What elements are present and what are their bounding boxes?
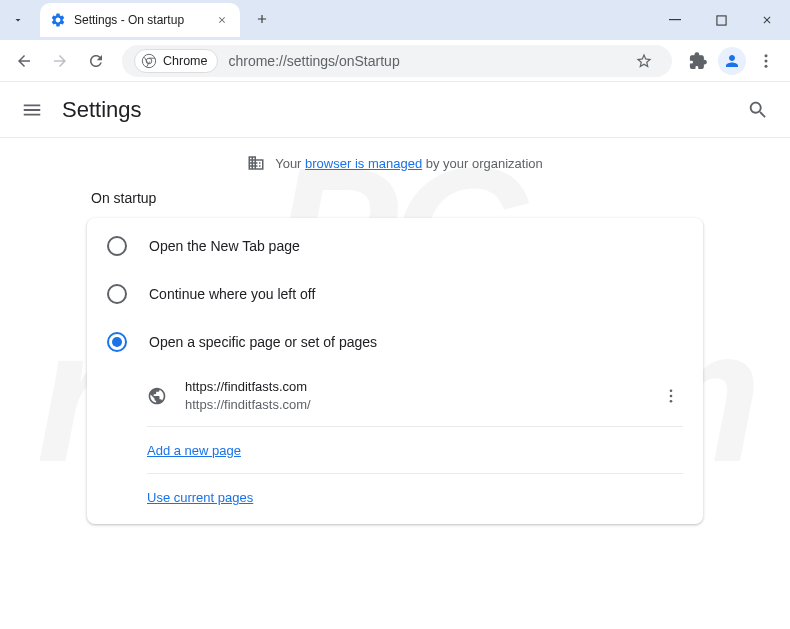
maximize-icon	[716, 15, 727, 26]
option-label: Open the New Tab page	[149, 238, 300, 254]
search-icon	[747, 99, 769, 121]
managed-link[interactable]: browser is managed	[305, 156, 422, 171]
bookmark-button[interactable]	[628, 45, 660, 77]
nav-forward-button[interactable]	[44, 45, 76, 77]
browser-toolbar: Chrome chrome://settings/onStartup	[0, 40, 790, 82]
svg-rect-0	[669, 19, 681, 20]
arrow-right-icon	[51, 52, 69, 70]
extension-icon	[689, 52, 707, 70]
building-icon	[247, 154, 265, 172]
page-title-text: https://finditfasts.com	[185, 378, 641, 396]
window-minimize-button[interactable]	[652, 0, 698, 40]
add-page-link[interactable]: Add a new page	[147, 443, 241, 458]
option-label: Continue where you left off	[149, 286, 315, 302]
svg-point-5	[765, 59, 768, 62]
radio-icon	[107, 236, 127, 256]
profile-button[interactable]	[718, 47, 746, 75]
radio-icon	[107, 284, 127, 304]
close-icon	[761, 14, 773, 26]
svg-point-8	[670, 395, 673, 398]
site-chip-label: Chrome	[163, 54, 207, 68]
more-vert-icon	[662, 387, 680, 405]
new-tab-button[interactable]	[248, 5, 276, 33]
settings-title: Settings	[62, 97, 142, 123]
svg-point-6	[765, 64, 768, 67]
option-specific-pages[interactable]: Open a specific page or set of pages	[87, 318, 703, 366]
star-icon	[635, 52, 653, 70]
startup-card: Open the New Tab page Continue where you…	[87, 218, 703, 524]
extensions-button[interactable]	[682, 45, 714, 77]
option-label: Open a specific page or set of pages	[149, 334, 377, 350]
settings-header: Settings	[0, 82, 790, 138]
radio-icon	[107, 332, 127, 352]
settings-menu-button[interactable]	[20, 98, 44, 122]
svg-point-7	[670, 390, 673, 393]
hamburger-icon	[21, 99, 43, 121]
option-new-tab[interactable]: Open the New Tab page	[87, 222, 703, 270]
plus-icon	[255, 12, 269, 26]
nav-reload-button[interactable]	[80, 45, 112, 77]
svg-point-2	[142, 54, 155, 67]
browser-menu-button[interactable]	[750, 45, 782, 77]
managed-text: Your browser is managed by your organiza…	[275, 156, 543, 171]
managed-banner: Your browser is managed by your organiza…	[0, 154, 790, 172]
tab-title: Settings - On startup	[74, 13, 206, 27]
nav-back-button[interactable]	[8, 45, 40, 77]
arrow-left-icon	[15, 52, 33, 70]
url-text: chrome://settings/onStartup	[228, 53, 399, 69]
close-icon	[217, 15, 227, 25]
reload-icon	[87, 52, 105, 70]
page-more-button[interactable]	[659, 384, 683, 408]
section-title: On startup	[87, 190, 703, 206]
tab-search-dropdown[interactable]	[0, 0, 36, 40]
chrome-icon	[141, 53, 157, 69]
chevron-down-icon	[12, 14, 24, 26]
site-chip[interactable]: Chrome	[134, 49, 218, 73]
globe-icon	[147, 386, 167, 406]
startup-page-entry: https://finditfasts.com https://finditfa…	[147, 366, 683, 427]
more-vert-icon	[757, 52, 775, 70]
gear-icon	[50, 12, 66, 28]
window-maximize-button[interactable]	[698, 0, 744, 40]
use-current-link[interactable]: Use current pages	[147, 490, 253, 505]
window-titlebar: Settings - On startup	[0, 0, 790, 40]
svg-point-4	[765, 54, 768, 57]
address-bar[interactable]: Chrome chrome://settings/onStartup	[122, 45, 672, 77]
minimize-icon	[669, 14, 681, 26]
tab-close-button[interactable]	[214, 12, 230, 28]
person-icon	[723, 52, 741, 70]
svg-point-9	[670, 400, 673, 403]
window-close-button[interactable]	[744, 0, 790, 40]
svg-rect-1	[716, 15, 725, 24]
page-url-text: https://finditfasts.com/	[185, 396, 641, 414]
option-continue[interactable]: Continue where you left off	[87, 270, 703, 318]
browser-tab[interactable]: Settings - On startup	[40, 3, 240, 37]
settings-search-button[interactable]	[746, 98, 770, 122]
